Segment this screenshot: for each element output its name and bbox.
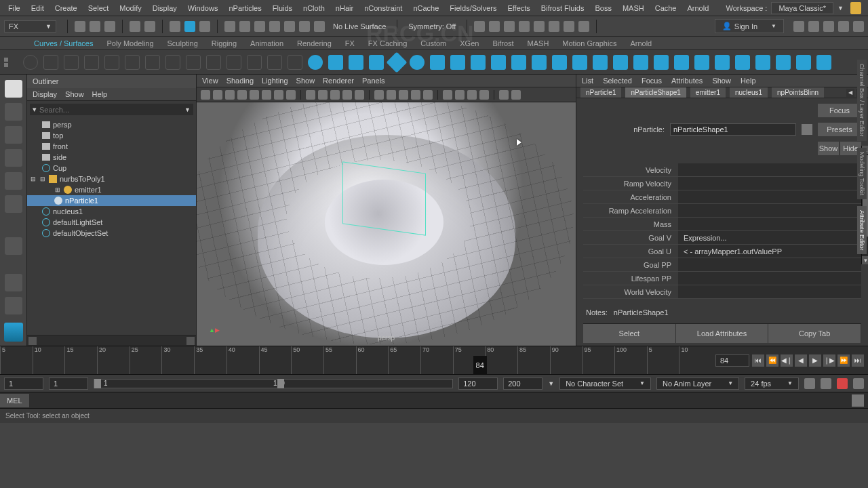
nurbs-circle-icon[interactable] [23,55,38,70]
attr-menu-show[interactable]: Show [712,77,731,85]
vp-use-lights-icon[interactable] [399,90,408,100]
menu-edit[interactable]: Edit [26,1,50,15]
attr-menu-selected[interactable]: Selected [603,77,632,85]
ep-curve-icon[interactable] [64,55,79,70]
snap-curve-icon[interactable] [239,21,250,32]
select-mode-icon[interactable] [170,21,180,32]
move-tool-icon[interactable] [5,149,22,167]
vp-gamma-icon[interactable] [479,90,489,100]
project-curve-icon[interactable] [593,55,608,70]
outliner-item-defaultobjectset[interactable]: defaultObjectSet [27,228,196,239]
open-close-icon[interactable] [715,55,730,70]
go-to-start-button[interactable]: ⏮ [752,354,764,367]
attr-value[interactable] [678,285,861,298]
snap-live-icon[interactable] [284,21,295,32]
attr-copy-tab-button[interactable]: Copy Tab [768,324,861,343]
toggle-channel-box-icon[interactable] [853,21,864,32]
attr-row-ramp-acceleration[interactable]: Ramp Acceleration [583,204,861,218]
shelf-tab-arnold[interactable]: Arnold [623,37,658,49]
vp-menu-renderer[interactable]: Renderer [323,77,354,85]
vp-safe-title-icon[interactable] [355,90,364,100]
menu-arnold[interactable]: Arnold [682,1,714,15]
current-frame-field[interactable]: 84 [715,354,749,367]
attr-row-ramp-velocity[interactable]: Ramp Velocity [583,177,861,190]
vp-wireframe-icon[interactable] [374,90,384,100]
attr-tab-prev-icon[interactable]: ◀ [846,89,854,97]
menu-boss[interactable]: Boss [589,1,616,15]
outliner-item-persp[interactable]: persp [27,119,196,130]
step-forward-frame-button[interactable]: ❘▶ [823,354,835,367]
anim-end-field[interactable]: 200 [503,378,542,390]
outliner-item-nurbstopoly1[interactable]: ⊟⊟nurbsToPoly1 [27,174,196,184]
shelf-tab-fx-caching[interactable]: FX Caching [361,37,414,49]
vp-2d-zoom-icon[interactable] [250,90,259,100]
menu-fields-solvers[interactable]: Fields/Solvers [444,1,502,15]
boundary-icon[interactable] [532,55,547,70]
undo-icon[interactable] [130,21,140,32]
outliner-item-front[interactable]: front [27,141,196,152]
mel-input[interactable] [29,392,852,408]
redo-icon[interactable] [144,21,155,32]
range-handle-left[interactable] [94,379,101,388]
nurbs-plane-icon[interactable] [386,52,407,73]
search-dropdown-icon[interactable]: ▼ [184,106,191,113]
nurbs-square-icon[interactable] [43,55,58,70]
play-back-button[interactable]: ◀ [795,354,807,367]
filter-icon[interactable]: ▾ [33,105,37,114]
current-time-marker[interactable]: 84 [473,356,487,374]
shelf-settings-icon[interactable] [4,58,15,67]
mel-label[interactable]: MEL [0,394,29,407]
attr-value[interactable] [678,190,861,203]
menu-effects[interactable]: Effects [502,1,535,15]
menu-ncloth[interactable]: nCloth [298,1,330,15]
sculpt-surface-icon[interactable] [796,55,811,70]
nurbs-sphere-icon[interactable] [308,55,323,70]
menu-nconstraint[interactable]: nConstraint [359,1,408,15]
vp-exposure-icon[interactable] [467,90,477,100]
shelf-tab-animation[interactable]: Animation [243,37,290,49]
panel-layout-icon[interactable] [793,21,804,32]
pencil-curve-icon[interactable] [84,55,99,70]
prefs-icon[interactable] [853,378,864,389]
nurbs-cone-icon[interactable] [369,55,384,70]
attr-row-mass[interactable]: Mass [583,218,861,231]
autokey-icon[interactable] [821,378,831,389]
pause-icon[interactable] [578,21,589,32]
scroll-right-icon[interactable] [186,337,195,345]
node-name-input[interactable] [670,123,796,136]
focus-button[interactable]: Focus [818,104,861,117]
menu-windows[interactable]: Windows [182,1,224,15]
attr-row-world-velocity[interactable]: World Velocity [583,285,861,299]
attr-menu-list[interactable]: List [582,77,593,85]
step-back-key-button[interactable]: ⏪ [766,354,778,367]
paint-select-tool-icon[interactable] [5,126,22,144]
shelf-tab-motion-graphics[interactable]: Motion Graphics [555,37,623,49]
vp-image-plane-icon[interactable] [237,90,247,100]
play-forward-button[interactable]: ▶ [809,354,821,367]
open-scene-icon[interactable] [90,21,100,32]
bevel-icon[interactable] [572,55,587,70]
lasso-select-icon[interactable] [184,21,195,32]
shelf-tab-curves-surfaces[interactable]: Curves / Surfaces [27,37,100,49]
outliner-item-side[interactable]: side [27,152,196,163]
insert-isoparm-icon[interactable] [735,55,750,70]
lasso-tool-icon[interactable] [5,103,22,121]
outliner-item-cup[interactable]: Cup [27,163,196,174]
range-handle-right[interactable] [277,379,284,388]
vp-shadows-icon[interactable] [411,90,420,100]
snap-plane-icon[interactable] [269,21,280,32]
attr-tab-nparticle1[interactable]: nParticle1 [580,87,621,98]
trim-tool-icon[interactable] [633,55,648,70]
menu-select[interactable]: Select [83,1,115,15]
attr-value[interactable]: < - arrayMapper1.outValuePP [678,245,861,258]
attr-row-goal-u[interactable]: Goal U< - arrayMapper1.outValuePP [583,245,861,258]
vp-grease-pencil-icon[interactable] [262,90,271,100]
make-live-icon[interactable] [314,21,325,32]
shelf-tab-fx[interactable]: FX [338,37,361,49]
rebuild-curve-icon[interactable] [267,55,282,70]
step-back-frame-button[interactable]: ◀❘ [781,354,793,367]
menu-nparticles[interactable]: nParticles [223,1,267,15]
render-settings-icon[interactable] [519,21,530,32]
attr-value[interactable] [678,204,861,217]
workspace-dropdown-arrow[interactable]: ▼ [837,5,844,12]
